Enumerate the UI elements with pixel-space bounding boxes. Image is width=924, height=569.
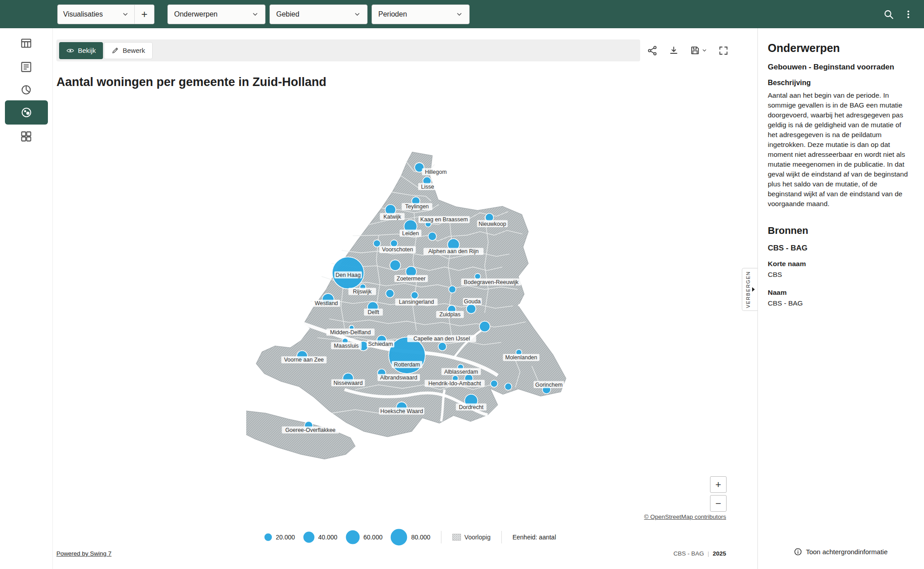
- legend-size-label: 20.000: [276, 534, 295, 541]
- svg-text:Zoetermeer: Zoetermeer: [397, 276, 426, 282]
- share-icon[interactable]: [647, 45, 658, 56]
- svg-text:Den Haag: Den Haag: [335, 272, 360, 278]
- svg-text:Hillegom: Hillegom: [425, 169, 447, 175]
- fullscreen-icon[interactable]: [718, 45, 729, 56]
- source-year: 2025: [713, 550, 726, 557]
- osm-attribution-link[interactable]: © OpenStreetMap contributors: [644, 513, 726, 520]
- legend-size-label: 40.000: [318, 534, 338, 541]
- svg-text:Voorschoten: Voorschoten: [382, 246, 413, 253]
- municipality-label: Bodegraven-Reeuwijk: [461, 279, 521, 286]
- svg-text:Alblasserdam: Alblasserdam: [444, 369, 478, 375]
- municipality-bubble[interactable]: [428, 232, 436, 240]
- municipality-label: Voorne aan Zee: [281, 356, 326, 363]
- visualisaties-group: Visualisaties +: [57, 4, 154, 24]
- municipality-label: Gouda: [463, 298, 482, 305]
- legend-size-label: 60.000: [364, 534, 383, 541]
- municipality-label: Gorinchem: [534, 381, 564, 388]
- svg-text:Bodegraven-Reeuwijk: Bodegraven-Reeuwijk: [464, 279, 519, 285]
- info-icon: [794, 547, 802, 556]
- municipality-label: Leiden: [400, 229, 422, 237]
- municipality-label: Dordrecht: [456, 403, 486, 410]
- legend-circle: [345, 529, 361, 545]
- municipality-bubble[interactable]: [491, 380, 498, 387]
- municipality-bubble[interactable]: [479, 321, 490, 332]
- gebied-dropdown[interactable]: Gebied: [270, 4, 368, 24]
- chevron-down-icon: [456, 11, 463, 18]
- onderwerpen-dropdown[interactable]: Onderwerpen: [167, 4, 265, 24]
- municipality-label: Delft: [364, 309, 383, 316]
- svg-text:Rijswijk: Rijswijk: [353, 289, 372, 295]
- municipality-label: Capelle aan den IJssel: [407, 335, 476, 342]
- bewerk-tab[interactable]: Bewerk: [104, 42, 153, 59]
- municipality-label: Albrandswaard: [377, 374, 420, 381]
- zoom-out-button[interactable]: −: [710, 495, 727, 512]
- save-menu[interactable]: [690, 45, 707, 56]
- municipality-label: Goeree-Overflakkee: [282, 427, 339, 434]
- municipality-bubble[interactable]: [390, 260, 401, 271]
- save-icon: [690, 45, 700, 56]
- view-toolbar: Bekijk Bewerk: [56, 39, 640, 61]
- svg-text:Delft: Delft: [368, 309, 379, 315]
- sidebar-item-report-view[interactable]: [17, 57, 36, 77]
- download-icon[interactable]: [668, 45, 679, 56]
- perioden-label: Perioden: [378, 10, 407, 18]
- sidebar-item-table-view[interactable]: [17, 33, 36, 53]
- legend-divider: [441, 531, 441, 543]
- page-title: Aantal woningen per gemeente in Zuid-Hol…: [56, 75, 326, 89]
- municipality-label: Alphen aan den Rijn: [424, 248, 483, 255]
- svg-text:Maassluis: Maassluis: [334, 343, 359, 349]
- svg-text:Voorne aan Zee: Voorne aan Zee: [284, 357, 324, 363]
- municipality-label: Den Haag: [334, 272, 362, 279]
- municipality-label: Kaag en Braassem: [419, 216, 470, 223]
- powered-by-link[interactable]: Powered by Swing 7: [56, 550, 111, 557]
- panel-title: Onderwerpen: [768, 42, 912, 55]
- municipality-label: Nissewaard: [331, 379, 365, 386]
- municipality-bubble[interactable]: [411, 292, 418, 299]
- background-info-link[interactable]: Toon achtergrondinformatie: [757, 547, 924, 556]
- legend-eenheid: Eenheid: aantal: [513, 534, 556, 541]
- municipality-bubble[interactable]: [438, 342, 446, 350]
- source-name: CBS - BAG: [673, 550, 704, 557]
- sidebar-item-dashboard-view[interactable]: [17, 126, 36, 146]
- svg-text:Alphen aan den Rijn: Alphen aan den Rijn: [428, 248, 479, 254]
- table-icon: [20, 37, 32, 49]
- municipality-bubble[interactable]: [390, 240, 398, 247]
- svg-text:Lisse: Lisse: [421, 184, 434, 190]
- municipality-bubble[interactable]: [505, 383, 512, 390]
- svg-text:Gouda: Gouda: [464, 298, 481, 305]
- map-legend: 20.00040.00060.00080.000 Voorlopig Eenhe…: [263, 527, 556, 547]
- municipality-label: Schiedam: [367, 341, 394, 348]
- municipality-bubble[interactable]: [386, 289, 394, 297]
- municipality-label: Rijswijk: [348, 288, 376, 295]
- sidebar-item-map-view[interactable]: [5, 100, 48, 125]
- municipality-label: Hillegom: [422, 168, 450, 176]
- pencil-icon: [111, 47, 119, 54]
- svg-text:Teylingen: Teylingen: [405, 203, 429, 210]
- municipality-bubble[interactable]: [466, 304, 476, 314]
- export-toolbar: [647, 39, 729, 61]
- municipality-label: Midden-Delfland: [326, 328, 375, 336]
- visualisaties-dropdown[interactable]: Visualisaties: [58, 5, 134, 24]
- legend-size-item: 20.000: [263, 532, 295, 542]
- bubble-map[interactable]: HillegomLisseTeylingenKatwijkKaag en Bra…: [246, 148, 573, 478]
- svg-text:Katwijk: Katwijk: [383, 214, 401, 220]
- perioden-dropdown[interactable]: Perioden: [372, 4, 470, 24]
- kebab-menu-icon[interactable]: [903, 9, 913, 20]
- municipality-bubble[interactable]: [449, 286, 456, 293]
- zoom-in-button[interactable]: +: [710, 476, 727, 493]
- municipality-label: Teylingen: [402, 203, 432, 210]
- municipality-label: Zoetermeer: [394, 275, 428, 282]
- bekijk-tab[interactable]: Bekijk: [59, 42, 103, 59]
- legend-circle: [263, 532, 273, 542]
- gebied-label: Gebied: [276, 10, 299, 18]
- add-visualization-button[interactable]: +: [134, 5, 154, 24]
- municipality-label: Westland: [312, 300, 340, 307]
- municipality-label: Lisse: [418, 183, 437, 190]
- hide-panel-tab[interactable]: VERBERGEN: [742, 268, 758, 311]
- search-icon[interactable]: [883, 9, 894, 20]
- sidebar-item-chart-view[interactable]: [17, 80, 36, 99]
- svg-text:Goeree-Overflakkee: Goeree-Overflakkee: [285, 427, 335, 433]
- municipality-label: Rotterdam: [392, 361, 422, 368]
- beschrijving-text: Aantal aan het begin van de periode. In …: [768, 91, 912, 209]
- municipality-bubble[interactable]: [373, 240, 381, 247]
